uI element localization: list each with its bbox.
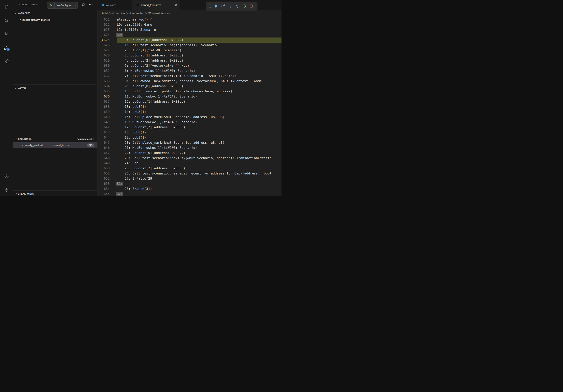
- call-stack-frame[interactable]: already_marked owned_tests.mvb 625: [13, 142, 97, 148]
- line-number[interactable]: 621: [97, 17, 117, 22]
- sidebar-item-extensions[interactable]: [4, 59, 9, 64]
- code-line[interactable]: 621 already_marked() {: [97, 17, 282, 22]
- code-line[interactable]: 633 8: Call owned::new(address, address,…: [97, 78, 282, 84]
- debug-step-out-button[interactable]: [234, 2, 241, 10]
- line-text[interactable]: already_marked() {: [117, 17, 282, 22]
- code-editor[interactable]: 621 already_marked() { 622 L0: game#2#0:…: [97, 17, 282, 196]
- code-line[interactable]: 652 27: BrFalse(29): [97, 176, 282, 181]
- line-text[interactable]: 10: Call transfer::public_transfer<Game>…: [117, 89, 282, 94]
- line-text[interactable]: 0: LdConst[0](address: 0x00..): [117, 38, 282, 43]
- line-number[interactable]: 649: [97, 161, 117, 166]
- account-button[interactable]: [4, 174, 9, 179]
- line-number[interactable]: 651: [97, 171, 117, 176]
- breadcrumb-item[interactable]: tic_tac_toe: [112, 12, 125, 15]
- code-line[interactable]: 641 16: MutBorrowLoc[1](ts#1#0: Scenario…: [97, 120, 282, 125]
- line-text[interactable]: B1:: [117, 181, 282, 186]
- line-text[interactable]: B0:: [117, 32, 282, 38]
- breadcrumb-item[interactable]: owned_tests.mvb: [152, 12, 172, 15]
- code-line[interactable]: 637 12: LdConst[1](address: 0x00..): [97, 99, 282, 104]
- line-number[interactable]: 650: [97, 166, 117, 171]
- line-number[interactable]: 655: [97, 191, 117, 196]
- tab-owned-tests[interactable]: owned_tests.mvb: [132, 0, 180, 10]
- debug-step-into-button[interactable]: [227, 2, 234, 10]
- line-number[interactable]: 624: [97, 32, 117, 38]
- settings-button[interactable]: [4, 187, 9, 193]
- line-text[interactable]: 7: Call test_scenario::ctx(&mut Scenario…: [117, 73, 282, 78]
- line-number[interactable]: 645: [97, 140, 117, 145]
- sidebar-item-source-control[interactable]: [4, 32, 9, 37]
- line-number[interactable]: 644: [97, 135, 117, 140]
- code-line[interactable]: 638 13: LdU8(1): [97, 104, 282, 109]
- line-text[interactable]: 1: Call test_scenario::begin(address): S…: [117, 43, 282, 48]
- line-text[interactable]: 6: MutBorrowLoc[1](ts#1#0: Scenario): [117, 68, 282, 73]
- line-number[interactable]: 625: [97, 38, 117, 43]
- code-line[interactable]: 655 B2:: [97, 191, 282, 196]
- code-line[interactable]: 644 19: LdU8(1): [97, 135, 282, 140]
- line-text[interactable]: 13: LdU8(1): [117, 104, 282, 109]
- line-number[interactable]: 627: [97, 48, 117, 53]
- line-number[interactable]: 634: [97, 84, 117, 89]
- line-number[interactable]: 638: [97, 104, 117, 109]
- code-line[interactable]: 631 6: MutBorrowLoc[1](ts#1#0: Scenario): [97, 68, 282, 73]
- code-line[interactable]: 648 23: Call test_scenario::next_tx(&mut…: [97, 156, 282, 161]
- code-line[interactable]: 628 3: LdConst[1](address: 0x00..): [97, 53, 282, 58]
- line-number[interactable]: 628: [97, 53, 117, 58]
- line-number[interactable]: 643: [97, 130, 117, 135]
- code-line[interactable]: 634 9: LdConst[0](address: 0x00..): [97, 84, 282, 89]
- close-icon[interactable]: [175, 3, 178, 6]
- code-line[interactable]: 623 L1: ts#1#0: Scenario: [97, 27, 282, 32]
- watch-section-header[interactable]: WATCH: [13, 86, 97, 91]
- sidebar-item-search[interactable]: [4, 18, 9, 23]
- line-text[interactable]: 27: BrFalse(29): [117, 176, 282, 181]
- line-text[interactable]: 18: LdU8(1): [117, 130, 282, 135]
- line-number[interactable]: 646: [97, 145, 117, 150]
- line-text[interactable]: 15: Call place_mark(&mut Scenario, addre…: [117, 115, 282, 120]
- code-line[interactable]: 647 22: LdConst[0](address: 0x00..): [97, 150, 282, 156]
- line-number[interactable]: 640: [97, 115, 117, 120]
- line-number[interactable]: 654: [97, 186, 117, 191]
- line-text[interactable]: 2: StLoc[1](ts#1#0: Scenario): [117, 48, 282, 53]
- line-text[interactable]: 21: MutBorrowLoc[1](ts#1#0: Scenario): [117, 145, 282, 150]
- line-text[interactable]: L1: ts#1#0: Scenario: [117, 27, 282, 32]
- tab-welcome[interactable]: Welcome: [97, 0, 132, 10]
- code-line[interactable]: 646 21: MutBorrowLoc[1](ts#1#0: Scenario…: [97, 145, 282, 150]
- variables-section-header[interactable]: VARIABLES: [13, 11, 97, 15]
- code-line[interactable]: 625 0: LdConst[0](address: 0x00..): [97, 38, 282, 43]
- line-number[interactable]: 641: [97, 120, 117, 125]
- line-number[interactable]: 636: [97, 94, 117, 99]
- line-text[interactable]: 11: MutBorrowLoc[1](ts#1#0: Scenario): [117, 94, 282, 99]
- code-line[interactable]: 642 17: LdConst[2](address: 0x00..): [97, 125, 282, 130]
- line-text[interactable]: 20: Call place_mark(&mut Scenario, addre…: [117, 140, 282, 145]
- line-number[interactable]: 631: [97, 68, 117, 73]
- code-line[interactable]: 649 24: Pop: [97, 161, 282, 166]
- line-text[interactable]: 16: MutBorrowLoc[1](ts#1#0: Scenario): [117, 120, 282, 125]
- debug-step-over-button[interactable]: [219, 2, 227, 10]
- code-line[interactable]: 627 2: StLoc[1](ts#1#0: Scenario): [97, 48, 282, 53]
- line-text[interactable]: 19: LdU8(1): [117, 135, 282, 140]
- line-number[interactable]: 635: [97, 89, 117, 94]
- toolbar-drag-handle[interactable]: [207, 2, 212, 10]
- line-number[interactable]: 633: [97, 78, 117, 84]
- line-text[interactable]: 4: LdConst[2](address: 0x00..): [117, 58, 282, 63]
- debug-stop-button[interactable]: [248, 2, 255, 10]
- code-line[interactable]: 650 25: LdConst[2](address: 0x00..): [97, 166, 282, 171]
- sidebar-item-run-and-debug[interactable]: 1: [4, 45, 9, 51]
- line-text[interactable]: 5: LdConst[3](vector<u8>: "" /..): [117, 63, 282, 68]
- line-text[interactable]: 22: LdConst[0](address: 0x00..): [117, 150, 282, 156]
- line-text[interactable]: 17: LdConst[2](address: 0x00..): [117, 125, 282, 130]
- line-number[interactable]: 626: [97, 43, 117, 48]
- line-text[interactable]: 14: LdU8(1): [117, 109, 282, 115]
- line-text[interactable]: 9: LdConst[0](address: 0x00..): [117, 84, 282, 89]
- code-line[interactable]: 624 B0:: [97, 32, 282, 38]
- line-text[interactable]: 25: LdConst[2](address: 0x00..): [117, 166, 282, 171]
- code-line[interactable]: 640 15: Call place_mark(&mut Scenario, a…: [97, 115, 282, 120]
- code-line[interactable]: 643 18: LdU8(1): [97, 130, 282, 135]
- debug-restart-button[interactable]: [241, 2, 248, 10]
- line-number[interactable]: 623: [97, 27, 117, 32]
- line-text[interactable]: 28: Branch(31): [117, 186, 282, 191]
- code-line[interactable]: 651 26: Call test_scenario::has_most_rec…: [97, 171, 282, 176]
- line-number[interactable]: 639: [97, 109, 117, 115]
- variables-scope-locals[interactable]: locals: already_marked: [13, 17, 97, 22]
- code-line[interactable]: 654 28: Branch(31): [97, 186, 282, 191]
- line-number[interactable]: 653: [97, 181, 117, 186]
